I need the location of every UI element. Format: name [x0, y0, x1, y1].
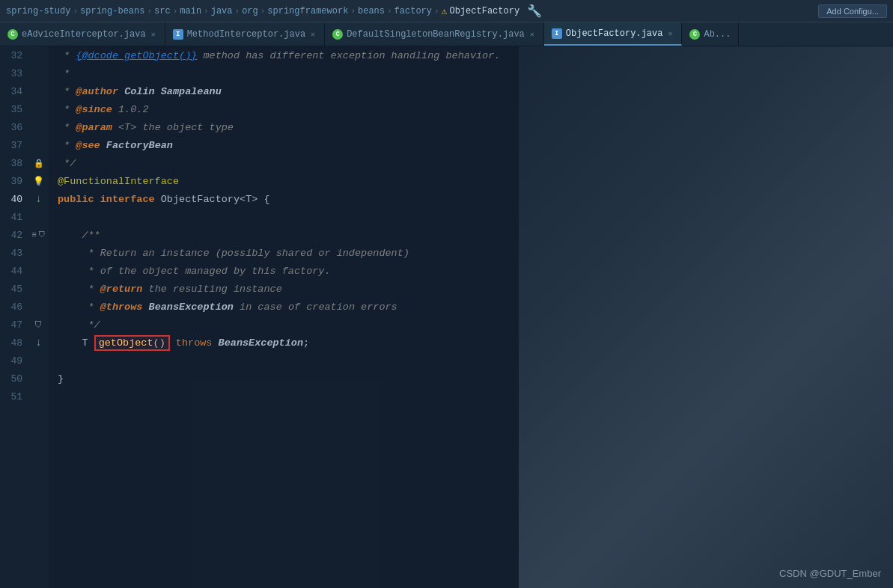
tab-label: ObjectFactory.java [566, 28, 663, 39]
down-icon-40: ↓ [35, 193, 41, 205]
tab-close-icon[interactable]: ✕ [528, 29, 536, 40]
tab-label: Ab... [704, 29, 731, 40]
editor-area: 32 33 34 35 36 37 38🔒 39💡 40↓ 41 42≡⛉ 43… [0, 46, 893, 588]
tab-label: eAdviceInterceptor.java [22, 29, 146, 40]
list-icon-42: ≡ [31, 230, 37, 239]
breadcrumb-factory[interactable]: factory [394, 6, 432, 16]
tab-default-singleton[interactable]: C DefaultSingletonBeanRegistry.java ✕ [325, 22, 544, 46]
tab-icon-class: C [7, 29, 18, 40]
tab-object-factory[interactable]: I ObjectFactory.java ✕ [544, 22, 683, 46]
breadcrumb-module[interactable]: spring-beans [80, 6, 144, 16]
tab-close-icon[interactable]: ✕ [309, 29, 317, 40]
tab-bar: C eAdviceInterceptor.java ✕ I MethodInte… [0, 22, 893, 46]
code-line-48: T getObject() throws BeansException; [49, 334, 893, 352]
tab-ab[interactable]: C Ab... [682, 22, 739, 46]
tab-icon-class-ab: C [689, 29, 700, 40]
breadcrumb-file: ObjectFactory [449, 6, 519, 16]
breadcrumb-beans[interactable]: beans [358, 6, 385, 16]
warning-icon: ⚠ [442, 5, 448, 17]
bulb-icon-39[interactable]: 💡 [33, 176, 44, 187]
tab-label: MethodInterceptor.java [187, 29, 305, 40]
title-bar: spring-study › spring-beans › src › main… [0, 0, 893, 22]
breadcrumb-main[interactable]: main [180, 6, 201, 16]
tab-close-icon[interactable]: ✕ [150, 29, 157, 40]
down-icon-48: ↓ [35, 337, 41, 349]
tab-method-interceptor[interactable]: I MethodInterceptor.java ✕ [165, 22, 325, 46]
breadcrumb-java[interactable]: java [211, 6, 233, 16]
tab-icon-interface: I [173, 29, 183, 40]
breadcrumb-org[interactable]: org [242, 6, 258, 16]
tab-icon-interface-active: I [552, 28, 562, 39]
bookmark-icon-42: ⛉ [38, 230, 46, 239]
tab-icon-class: C [332, 29, 343, 40]
breadcrumb-project[interactable]: spring-study [6, 6, 70, 16]
breadcrumb-src[interactable]: src [154, 6, 171, 16]
gutter: 32 33 34 35 36 37 38🔒 39💡 40↓ 41 42≡⛉ 43… [0, 46, 49, 588]
add-config-button[interactable]: Add Configu... [818, 4, 887, 18]
tab-close-icon[interactable]: ✕ [666, 28, 674, 39]
bookmark-icon-47: ⛉ [34, 320, 43, 330]
watermark: CSDN @GDUT_Ember [779, 568, 881, 579]
tab-advice-interceptor[interactable]: C eAdviceInterceptor.java ✕ [0, 22, 165, 46]
breadcrumb-springframework[interactable]: springframework [267, 6, 348, 16]
background-overlay [519, 46, 893, 588]
tools-icon[interactable]: 🔧 [527, 4, 542, 19]
bookmark-icon-38: 🔒 [34, 159, 44, 168]
tab-label: DefaultSingletonBeanRegistry.java [347, 29, 525, 40]
